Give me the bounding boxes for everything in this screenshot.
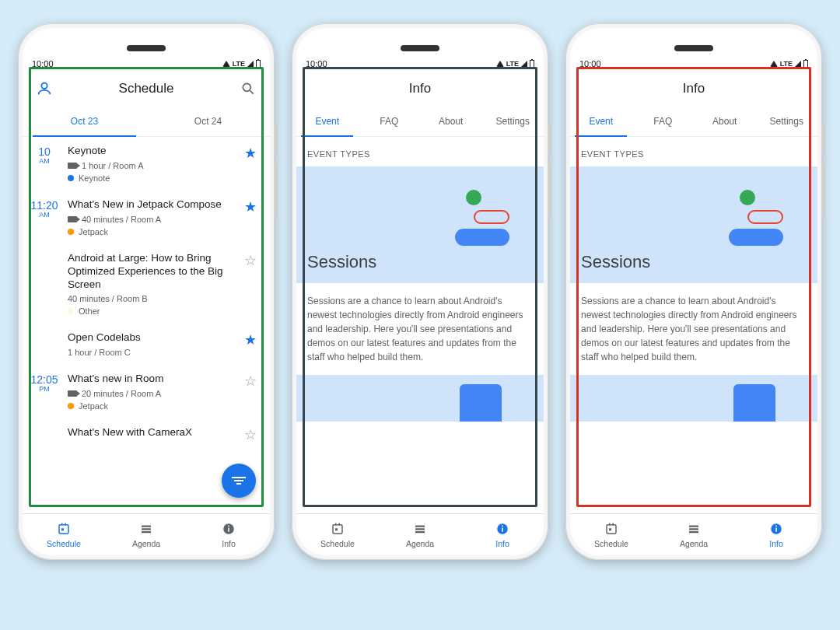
bookmark-star-icon[interactable]: ★ — [244, 146, 257, 160]
nav-schedule[interactable]: Schedule — [23, 514, 105, 555]
tab-event[interactable]: Event — [296, 106, 359, 136]
status-time: 10:00 — [32, 59, 54, 68]
phone-speaker — [127, 45, 166, 51]
chip-label: Other — [79, 306, 100, 316]
session-meta: 40 minutes / Room A — [68, 215, 234, 224]
session-list[interactable]: 10AMKeynote1 hour / Room AKeynote★11:20A… — [23, 137, 270, 513]
session-row[interactable]: 11:20AMWhat's New in Jetpack Compose40 m… — [23, 191, 270, 244]
agenda-icon — [139, 522, 153, 537]
star-col: ☆ — [240, 426, 261, 442]
app-bar: Info — [570, 72, 817, 106]
svg-rect-22 — [502, 525, 503, 527]
nav-schedule[interactable]: Schedule — [296, 514, 379, 555]
tab-settings[interactable]: Settings — [482, 106, 544, 136]
wifi-icon — [770, 61, 778, 67]
nav-info[interactable]: Info — [187, 514, 270, 555]
tab-about[interactable]: About — [420, 106, 482, 136]
nav-label: Agenda — [406, 539, 434, 548]
svg-rect-29 — [689, 531, 698, 533]
side-button — [822, 163, 825, 218]
nav-agenda[interactable]: Agenda — [653, 514, 735, 555]
page-title: Schedule — [119, 81, 174, 96]
tab-oct24[interactable]: Oct 24 — [146, 106, 270, 136]
time-col — [27, 331, 61, 357]
session-meta: 1 hour / Room C — [68, 348, 234, 357]
decor-box-icon — [733, 384, 775, 422]
session-row[interactable]: Android at Large: How to Bring Optimized… — [23, 244, 270, 324]
account-icon[interactable] — [33, 78, 55, 100]
search-icon[interactable] — [237, 78, 259, 100]
filter-fab[interactable] — [222, 464, 256, 498]
video-icon — [68, 390, 77, 397]
battery-icon — [803, 60, 808, 68]
svg-point-1 — [243, 83, 250, 91]
decor-dot-icon — [740, 190, 755, 205]
nav-label: Info — [495, 539, 509, 548]
session-row[interactable]: What's New with CameraX☆ — [23, 418, 270, 450]
tab-settings[interactable]: Settings — [756, 106, 818, 136]
sessions-title: Sessions — [581, 252, 650, 283]
session-meta: 1 hour / Room A — [68, 161, 234, 170]
next-hero — [570, 375, 817, 422]
nav-agenda[interactable]: Agenda — [105, 514, 187, 555]
session-row[interactable]: 10AMKeynote1 hour / Room AKeynote★ — [23, 137, 270, 191]
lte-label: LTE — [233, 60, 245, 68]
session-title: Android at Large: How to Bring Optimized… — [68, 252, 234, 292]
tab-event[interactable]: Event — [570, 106, 632, 136]
tab-label: Oct 24 — [194, 116, 222, 127]
calendar-icon — [604, 522, 618, 537]
phone-info-a: 10:00 LTE Info Event FAQ About Settings … — [292, 23, 548, 560]
tab-label: Event — [315, 116, 339, 127]
info-tabs: Event FAQ About Settings — [570, 106, 817, 137]
date-tabs: Oct 23 Oct 24 — [23, 106, 270, 137]
bookmark-star-icon[interactable]: ★ — [244, 200, 257, 214]
bookmark-star-icon[interactable]: ☆ — [244, 254, 257, 268]
svg-rect-28 — [689, 528, 698, 530]
chip-label: Jetpack — [79, 401, 108, 411]
session-row[interactable]: Open Codelabs1 hour / Room C★ — [23, 324, 270, 365]
svg-rect-16 — [335, 528, 338, 530]
chip-label: Jetpack — [79, 227, 108, 236]
tab-faq[interactable]: FAQ — [632, 106, 695, 136]
tab-about[interactable]: About — [694, 106, 756, 136]
side-button — [275, 163, 278, 218]
tab-oct23[interactable]: Oct 23 — [23, 106, 146, 136]
session-row[interactable]: 12:05PMWhat's new in Room20 minutes / Ro… — [23, 365, 270, 418]
signal-icon — [795, 61, 801, 67]
tab-faq[interactable]: FAQ — [359, 106, 421, 136]
nav-info[interactable]: Info — [735, 514, 817, 555]
svg-rect-6 — [61, 528, 64, 530]
info-scroll[interactable]: EVENT TYPES Sessions Sessions are a chan… — [570, 137, 817, 513]
session-chip: Jetpack — [68, 227, 234, 236]
chip-dot-icon — [68, 403, 74, 409]
tab-label: FAQ — [380, 116, 398, 127]
nav-agenda[interactable]: Agenda — [379, 514, 461, 555]
sessions-hero: Sessions — [570, 166, 817, 283]
meta-text: 1 hour / Room A — [82, 161, 144, 170]
info-scroll[interactable]: EVENT TYPES Sessions Sessions are a chan… — [296, 137, 544, 513]
wifi-icon — [222, 61, 230, 67]
session-content: Android at Large: How to Bring Optimized… — [68, 252, 234, 317]
meta-text: 1 hour / Room C — [68, 348, 131, 357]
bookmark-star-icon[interactable]: ☆ — [244, 428, 257, 442]
bookmark-star-icon[interactable]: ☆ — [244, 374, 257, 388]
nav-info[interactable]: Info — [461, 514, 544, 555]
star-col: ★ — [240, 331, 261, 357]
meta-text: 20 minutes / Room A — [82, 389, 161, 398]
svg-rect-31 — [775, 527, 777, 531]
lte-label: LTE — [506, 60, 519, 68]
session-content: What's New with CameraX — [68, 426, 234, 442]
nav-label: Schedule — [594, 539, 628, 548]
nav-label: Info — [222, 539, 236, 548]
info-icon — [769, 522, 783, 537]
svg-rect-26 — [609, 528, 611, 530]
signal-icon — [521, 61, 527, 67]
nav-schedule[interactable]: Schedule — [570, 514, 653, 555]
decor-blob-icon — [455, 229, 509, 246]
tab-label: About — [439, 116, 463, 127]
svg-rect-15 — [339, 523, 341, 525]
bottom-nav: ScheduleAgendaInfo — [23, 513, 270, 555]
bookmark-star-icon[interactable]: ★ — [244, 333, 257, 347]
time-col — [27, 252, 61, 317]
session-chip: Jetpack — [68, 401, 234, 411]
